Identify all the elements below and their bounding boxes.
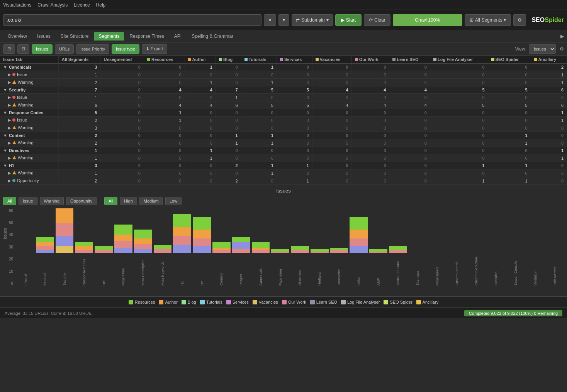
cell-4: 0 <box>216 79 241 86</box>
cell-0: 2 <box>58 117 100 124</box>
table-row: ▶Issue1000100000000 <box>0 94 567 101</box>
cell-6: 0 <box>277 124 312 132</box>
bar-label: AMP <box>377 255 380 286</box>
clear-button[interactable]: ⟳ Clear <box>364 14 390 26</box>
bar-group: Content <box>212 208 231 286</box>
expand-icon[interactable]: ▼ <box>3 163 7 168</box>
cell-4: 2 <box>216 162 241 169</box>
filter-opportunity[interactable]: Opportunity <box>66 197 97 205</box>
bar-label: Custom Extraction <box>474 255 478 286</box>
col-resources: Resources <box>144 56 185 64</box>
tab-response-times[interactable]: Response Times <box>125 32 168 41</box>
cell-6: 0 <box>277 154 312 162</box>
bar-label: URL <box>102 255 106 286</box>
cell-4: 2 <box>216 177 241 185</box>
cell-2: 0 <box>144 147 185 154</box>
cell-6: 0 <box>277 71 312 79</box>
menu-visualisations[interactable]: Visualisations <box>3 2 31 8</box>
priority-all[interactable]: All <box>104 197 117 205</box>
expand-icon[interactable]: ▶ <box>8 118 11 122</box>
filter-issue[interactable]: Issue <box>19 197 37 205</box>
cell-4: 1 <box>216 132 241 139</box>
cell-4: 7 <box>216 86 241 94</box>
cell-5: 0 <box>241 109 277 117</box>
cell-2: 0 <box>144 154 185 162</box>
cell-8: 4 <box>351 86 389 94</box>
bar-group: Response Codes <box>75 208 93 286</box>
subdomain-button[interactable]: ⇄ Subdomain ▾ <box>292 14 333 26</box>
cell-9: 0 <box>389 162 430 169</box>
expand-icon[interactable]: ▶ <box>8 155 11 160</box>
expand-all-button[interactable]: ⊞ <box>3 44 15 54</box>
tab-issues[interactable]: Issues <box>32 32 55 41</box>
expand-icon[interactable]: ▶ <box>8 95 11 100</box>
cell-10: 0 <box>430 147 488 154</box>
start-button[interactable]: ▶ Start <box>335 14 362 26</box>
expand-icon[interactable]: ▶ <box>8 80 11 84</box>
expand-icon[interactable]: ▶ <box>8 72 11 77</box>
cell-3: 1 <box>185 147 216 154</box>
tab-overview[interactable]: Overview <box>3 32 32 41</box>
expand-icon[interactable]: ▶ <box>8 103 11 107</box>
tab-settings-icon[interactable]: ▶ <box>560 34 564 39</box>
view-select[interactable]: Issues <box>529 44 556 54</box>
all-segments-button[interactable]: ⊞ All Segments ▾ <box>465 14 511 26</box>
priority-low[interactable]: Low <box>165 197 182 205</box>
cell-6: 5 <box>277 101 312 109</box>
issues-filter-button[interactable]: Issues <box>32 44 53 54</box>
bar-group: Link Metrics <box>546 208 564 286</box>
priority-medium[interactable]: Medium <box>139 197 163 205</box>
issue-dot <box>12 73 15 76</box>
table-row: ▶Warning2000110000010 <box>0 139 567 147</box>
menu-crawl-analysis[interactable]: Crawl Analysis <box>37 2 68 8</box>
settings-button[interactable]: ⚙ <box>513 14 526 26</box>
expand-icon[interactable]: ▶ <box>8 140 11 145</box>
filter-all[interactable]: All <box>3 197 16 205</box>
cell-8: 0 <box>351 154 389 162</box>
issue-type-button[interactable]: Issue type <box>112 44 139 54</box>
expand-icon[interactable]: ▼ <box>3 88 7 92</box>
expand-icon[interactable]: ▼ <box>3 65 7 69</box>
expand-icon[interactable]: ▼ <box>3 133 7 138</box>
collapse-all-button[interactable]: ⊟ <box>17 44 29 54</box>
expand-icon[interactable]: ▶ <box>8 125 11 130</box>
cell-2: 4 <box>144 86 185 94</box>
expand-icon[interactable]: ▶ <box>8 178 11 183</box>
cell-11: 0 <box>488 124 531 132</box>
bar-segment <box>134 238 152 243</box>
expand-icon[interactable]: ▼ <box>3 148 7 153</box>
tab-spelling-grammar[interactable]: Spelling & Grammar <box>187 32 238 41</box>
crawl-button[interactable]: Crawl 100% <box>393 14 462 26</box>
tab-site-structure[interactable]: Site Structure <box>56 32 93 41</box>
bar-group: H2 <box>193 208 211 286</box>
cell-7: 0 <box>312 117 351 124</box>
priority-high[interactable]: High <box>120 197 137 205</box>
y-40: 40 <box>9 233 13 237</box>
export-button[interactable]: ⬇ Export <box>142 44 167 54</box>
menu-help[interactable]: Help <box>96 2 106 8</box>
cell-4: 0 <box>216 124 241 132</box>
dropdown-button[interactable]: ▾ <box>278 14 289 26</box>
expand-icon[interactable]: ▼ <box>3 110 7 115</box>
cell-5: 0 <box>241 94 277 101</box>
bar-segment <box>36 250 54 253</box>
cell-11: 5 <box>488 101 531 109</box>
view-settings-icon[interactable]: ⚙ <box>560 46 564 52</box>
issue-priority-button[interactable]: Issue Priority <box>76 44 109 54</box>
filter-warning[interactable]: Warning <box>40 197 64 205</box>
cell-3: 1 <box>185 154 216 162</box>
y-axis: 60 50 40 30 20 10 0 <box>9 208 16 286</box>
url-input[interactable] <box>3 14 261 26</box>
bar-group: Search Console <box>507 208 525 286</box>
tab-segments[interactable]: Segments <box>94 32 124 41</box>
tab-api[interactable]: API <box>170 32 186 41</box>
legend-logfile: Log File Analyser <box>341 300 380 304</box>
cell-11: 0 <box>488 169 531 177</box>
expand-icon[interactable]: ▶ <box>8 171 11 175</box>
menu-licence[interactable]: Licence <box>74 2 90 8</box>
legend-color-logfile <box>341 300 346 304</box>
close-button[interactable]: ✕ <box>264 14 276 26</box>
bar-stack <box>291 208 309 253</box>
cell-1: 0 <box>100 109 144 117</box>
urls-filter-button[interactable]: URLs <box>55 44 74 54</box>
